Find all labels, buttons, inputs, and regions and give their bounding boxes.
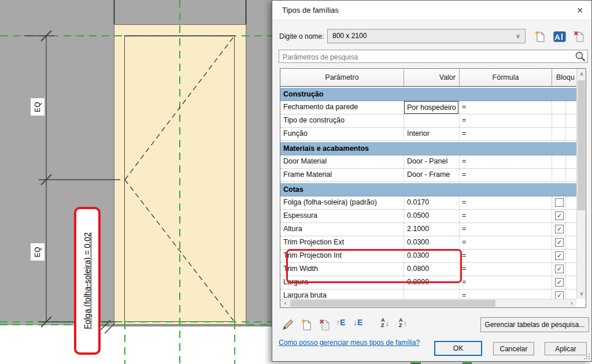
section-row-materiais[interactable]: Materiais e acabamentos	[280, 142, 576, 155]
formula-cell[interactable]: =	[460, 210, 552, 222]
sort-ascending-button[interactable]: AZ ↓	[381, 318, 389, 328]
dialog-titlebar[interactable]: Tipos de famílias ✕	[272, 1, 591, 20]
new-parameter-button[interactable]	[299, 318, 313, 332]
param-cell[interactable]: Largura bruta	[280, 289, 404, 299]
manage-lookup-tables-button[interactable]: Gerenciar tabelas de pesquisa...	[480, 317, 589, 332]
col-header-valor[interactable]: Valor	[404, 69, 460, 86]
lock-checkbox[interactable]	[555, 198, 564, 207]
param-cell[interactable]: Função	[280, 128, 404, 140]
formula-cell[interactable]: =	[460, 169, 552, 181]
lock-checkbox[interactable]: ✓	[555, 225, 564, 233]
param-cell[interactable]: Folga (folha-soleira) (padrão)	[280, 196, 404, 209]
value-cell[interactable]: 0.0170	[404, 196, 460, 209]
vertical-scroll-thumb[interactable]	[578, 80, 585, 210]
value-cell[interactable]: 0.0300	[404, 250, 460, 262]
value-cell[interactable]	[404, 114, 460, 127]
chevron-down-icon[interactable]: ∨	[511, 29, 525, 43]
formula-cell[interactable]: =	[460, 196, 552, 209]
param-cell[interactable]: Door Material	[280, 155, 404, 168]
ok-button[interactable]: OK	[434, 341, 482, 356]
formula-cell[interactable]: =	[460, 223, 552, 236]
table-row[interactable]: Fechamento da parede Por hospedeiro =	[280, 101, 576, 114]
move-up-button[interactable]: ↑ E	[336, 318, 345, 327]
table-row-folga[interactable]: Folga (folha-soleira) (padrão) 0.0170 =	[280, 196, 576, 210]
formula-cell[interactable]: =	[460, 263, 552, 276]
table-row[interactable]: Função Interior =	[280, 128, 576, 141]
resize-grip[interactable]	[583, 352, 590, 359]
formula-cell[interactable]: =	[460, 155, 552, 168]
value-editbox[interactable]: Por hospedeiro	[404, 101, 458, 114]
param-cell[interactable]: Frame Material	[280, 169, 404, 181]
eq-dimension-label-bottom[interactable]: EQ	[31, 243, 45, 261]
horizontal-scroll-thumb[interactable]	[290, 300, 495, 307]
cancel-button[interactable]: Cancelar	[493, 342, 534, 355]
folga-annotation-text[interactable]: Folga (folha-soleira) = 0.02	[83, 232, 92, 329]
table-row[interactable]: Largura bruta = ✓	[280, 289, 576, 299]
eq-dimension-label-top[interactable]: EQ	[31, 98, 45, 116]
value-cell[interactable]: 0.8000	[404, 276, 460, 289]
table-row[interactable]: Door Material Door - Panel =	[280, 155, 576, 169]
param-cell[interactable]: Trim Projection Ext	[280, 236, 404, 249]
value-cell[interactable]: 0.0500	[404, 210, 460, 222]
delete-type-button[interactable]	[572, 29, 586, 43]
table-row[interactable]: Trim Width 0.0800 = ✓	[280, 263, 576, 276]
value-cell[interactable]	[404, 289, 460, 299]
edit-parameter-button[interactable]	[281, 318, 295, 332]
lock-checkbox[interactable]: ✓	[555, 251, 564, 260]
value-cell[interactable]: 0.0300	[404, 236, 460, 249]
formula-cell[interactable]: =	[460, 128, 552, 140]
new-type-button[interactable]	[533, 29, 547, 43]
rename-type-button[interactable]: A	[553, 31, 567, 44]
type-name-combobox[interactable]: 800 x 2100 ∨	[327, 29, 526, 43]
formula-cell[interactable]: =	[460, 101, 552, 114]
table-horizontal-scrollbar[interactable]: ‹ ›	[280, 299, 576, 307]
param-cell[interactable]: Altura	[280, 223, 404, 236]
col-header-bloquear[interactable]: Bloqu	[552, 69, 576, 86]
param-cell[interactable]: Trim Width	[280, 263, 404, 276]
apply-button[interactable]: Aplicar	[545, 342, 587, 355]
sort-descending-button[interactable]: AZ ↑	[399, 318, 407, 328]
value-cell[interactable]: 0.0800	[404, 263, 460, 276]
table-row[interactable]: Trim Projection Ext 0.0300 = ✓	[280, 236, 576, 250]
col-header-parametro[interactable]: Parâmetro	[280, 69, 404, 86]
table-row[interactable]: Tipo de construção =	[280, 114, 576, 128]
param-cell[interactable]: Tipo de construção	[280, 114, 404, 127]
value-cell[interactable]: Door - Panel	[404, 155, 460, 168]
delete-parameter-button[interactable]	[318, 318, 332, 332]
scroll-down-icon[interactable]: ∨	[577, 289, 586, 298]
section-row-construcao[interactable]: Construção	[280, 88, 576, 101]
param-cell[interactable]: Trim Projection Int	[280, 250, 404, 262]
table-row[interactable]: Trim Projection Int 0.0300 = ✓	[280, 250, 576, 263]
search-parameters-box[interactable]	[279, 50, 588, 63]
lock-checkbox[interactable]: ✓	[555, 238, 564, 247]
table-row[interactable]: Espessura 0.0500 = ✓	[280, 210, 576, 223]
help-link[interactable]: Como posso gerenciar meus tipos de famíl…	[279, 339, 420, 347]
table-row[interactable]: Largura 0.8000 = ✓	[280, 276, 576, 289]
close-icon[interactable]: ✕	[573, 3, 587, 17]
value-cell[interactable]: Por hospedeiro	[404, 101, 460, 114]
table-vertical-scrollbar[interactable]: ∧ ∨	[576, 69, 586, 299]
lock-checkbox[interactable]: ✓	[555, 265, 564, 273]
value-cell[interactable]: Interior	[404, 128, 460, 140]
lock-checkbox[interactable]: ✓	[555, 211, 564, 220]
move-down-button[interactable]: ↓ E	[353, 318, 362, 327]
table-row[interactable]: Frame Material Door - Frame =	[280, 169, 576, 182]
lock-checkbox[interactable]: ✓	[555, 278, 564, 287]
formula-cell[interactable]: =	[460, 114, 552, 127]
param-cell[interactable]: Fechamento da parede	[280, 101, 404, 114]
formula-cell[interactable]: =	[460, 250, 552, 262]
col-header-formula[interactable]: Fórmula	[460, 69, 552, 86]
formula-cell[interactable]: =	[460, 236, 552, 249]
scroll-right-icon[interactable]: ›	[567, 299, 576, 307]
value-cell[interactable]: 2.1000	[404, 223, 460, 236]
param-cell[interactable]: Largura	[280, 276, 404, 289]
scroll-left-icon[interactable]: ‹	[281, 299, 290, 307]
formula-cell[interactable]: =	[460, 276, 552, 289]
table-row[interactable]: Altura 2.1000 = ✓	[280, 223, 576, 236]
search-input[interactable]	[279, 50, 573, 64]
section-row-cotas[interactable]: Cotas	[280, 183, 576, 196]
drawing-canvas[interactable]: EQ EQ Folga (folha-soleira) = 0.02	[0, 0, 272, 364]
param-cell[interactable]: Espessura	[280, 210, 404, 222]
formula-cell[interactable]: =	[460, 289, 552, 299]
search-icon[interactable]	[575, 51, 586, 62]
